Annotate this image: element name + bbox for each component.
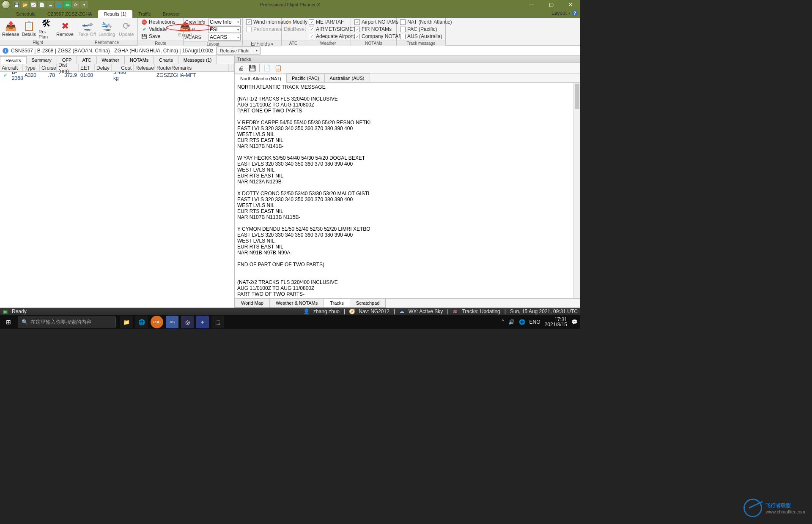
checkbox-icon bbox=[400, 27, 406, 32]
tray-chevron-icon[interactable]: ˄ bbox=[502, 319, 504, 325]
track-message-text[interactable]: NORTH ATLANTIC TRACK MESSAGE (NAT-1/2 TR… bbox=[235, 83, 580, 298]
tab-scratchpad[interactable]: Scratchpad bbox=[350, 299, 386, 308]
app-menu-orb[interactable] bbox=[2, 0, 10, 9]
paste-icon[interactable]: 📋 bbox=[273, 63, 283, 73]
tracks-pane: Tracks 🖨 💾 📄 📋 North Atlantic (NAT) Paci… bbox=[235, 56, 580, 308]
acars-dropdown[interactable]: ACARS▾ bbox=[208, 34, 241, 41]
layout-menu[interactable]: Layout bbox=[551, 10, 567, 16]
column-chooser-icon[interactable]: ⋮ bbox=[229, 64, 234, 71]
scrollbar-thumb[interactable] bbox=[575, 84, 579, 109]
qat-icon[interactable]: 📂 bbox=[21, 1, 29, 8]
result-row[interactable]: ✓B-2368 A320 .78 372.9 01:00 5,486 kg ZG… bbox=[0, 72, 234, 79]
qat-icon[interactable]: 📈 bbox=[30, 1, 37, 8]
bottom-view-tabs: World Map Weather & NOTAMs Tracks Scratc… bbox=[235, 298, 580, 308]
qat-icon[interactable]: TBE bbox=[63, 1, 71, 8]
restrictions-button[interactable]: ⛔Restrictions bbox=[140, 19, 177, 25]
release-flight-button[interactable]: Release Flight▾ bbox=[216, 46, 261, 55]
status-utc: Sun, 15 Aug 2021, 09:31 UTC bbox=[510, 308, 578, 314]
maximize-button[interactable]: ▢ bbox=[541, 0, 561, 9]
task-edge-icon[interactable]: 🌐 bbox=[135, 316, 148, 328]
qat-icon[interactable]: 🌐 bbox=[55, 1, 63, 8]
tab-flight[interactable]: CZ3567 ZGSZ-ZGHA bbox=[41, 10, 98, 18]
search-box[interactable]: 🔍 在这里输入你要搜索的内容 bbox=[18, 317, 116, 328]
update-button: ⟳Update bbox=[117, 19, 136, 39]
save-icon[interactable]: 💾 bbox=[247, 63, 257, 73]
airmet-check[interactable]: ✓AIRMET/SIGMET bbox=[307, 26, 358, 33]
subtab-atc[interactable]: ATC bbox=[77, 56, 96, 64]
release-button[interactable]: 📤Release bbox=[2, 19, 19, 39]
status-nav: Nav: NG2012 bbox=[359, 308, 390, 314]
subtab-results[interactable]: Results bbox=[0, 56, 27, 64]
tab-tracks[interactable]: Tracks bbox=[324, 299, 350, 308]
pac-check[interactable]: PAC (Pacific) bbox=[398, 26, 454, 33]
details-icon: 📋 bbox=[23, 21, 34, 32]
flight-info-bar: i CSN3567 | B-2368 | ZGSZ (BAOAN, China)… bbox=[0, 46, 580, 56]
qat-dropdown-icon[interactable]: ▾ bbox=[80, 1, 88, 8]
subtab-charts[interactable]: Charts bbox=[154, 56, 178, 64]
restrictions-icon: ⛔ bbox=[141, 19, 147, 25]
qat-icon[interactable]: 📄 bbox=[38, 1, 46, 8]
qat-icon[interactable]: ⟳ bbox=[72, 1, 80, 8]
ofp-dropdown[interactable]: FSL▾ bbox=[208, 26, 241, 33]
status-tracks: Tracks: Updating bbox=[462, 308, 500, 314]
details-button[interactable]: 📋Details bbox=[20, 19, 37, 39]
checkbox-icon: ✓ bbox=[246, 19, 252, 25]
metar-check[interactable]: ✓METAR/TAF bbox=[307, 19, 358, 25]
tab-weather-notams[interactable]: Weather & NOTAMs bbox=[269, 299, 324, 308]
tray-network-icon[interactable]: 🌐 bbox=[519, 319, 525, 325]
ofp-label: OFP bbox=[185, 27, 206, 32]
task-pfpx-icon[interactable]: ✈ bbox=[196, 316, 209, 328]
help-icon[interactable]: ? bbox=[572, 10, 578, 16]
replan-icon: 🛠 bbox=[41, 18, 52, 29]
group-label[interactable]: E/Fields ▾ bbox=[243, 41, 281, 46]
task-explorer-icon[interactable]: 📁 bbox=[120, 316, 133, 328]
release-icon: 📤 bbox=[5, 21, 16, 32]
scrollbar[interactable] bbox=[573, 83, 580, 298]
copy-icon[interactable]: 📄 bbox=[262, 63, 272, 73]
start-button[interactable]: ⊞ bbox=[0, 315, 17, 329]
wx-icon: ☁ bbox=[399, 309, 404, 314]
tab-schedule[interactable]: Schedule bbox=[10, 10, 41, 18]
landing-button: 🛬Landing bbox=[97, 19, 116, 39]
document-tabs: Schedule CZ3567 ZGSZ-ZGHA Results (1) Tr… bbox=[0, 9, 580, 18]
validate-button[interactable]: ✔Validate bbox=[140, 26, 177, 33]
task-as-icon[interactable]: AS bbox=[166, 316, 178, 328]
tray-clock[interactable]: 17:312021/8/15 bbox=[545, 317, 567, 327]
task-app-icon[interactable]: ⬚ bbox=[211, 316, 224, 328]
aus-check[interactable]: AUS (Australia) bbox=[398, 33, 454, 40]
crew-info-dropdown[interactable]: Crew Info▾ bbox=[208, 19, 241, 25]
task-app-icon[interactable]: ◎ bbox=[181, 316, 194, 328]
tab-traffic[interactable]: Traffic bbox=[132, 10, 157, 18]
tab-browser[interactable]: Browser bbox=[157, 10, 186, 18]
minimize-button[interactable]: — bbox=[522, 0, 541, 9]
close-button[interactable]: ✕ bbox=[561, 0, 580, 9]
subtab-weather[interactable]: Weather bbox=[96, 56, 125, 64]
adeq-airport-check[interactable]: ✓Adequate Airports bbox=[307, 33, 358, 40]
replan-button[interactable]: 🛠Re-Plan bbox=[38, 19, 55, 39]
update-icon: ⟳ bbox=[121, 21, 132, 32]
chevron-down-icon[interactable]: ▾ bbox=[568, 11, 570, 15]
tray-lang[interactable]: ENG bbox=[529, 319, 540, 325]
checkbox-icon: ✓ bbox=[309, 19, 314, 25]
status-ready: Ready bbox=[12, 308, 27, 314]
tab-pac[interactable]: Pacific (PAC) bbox=[286, 74, 325, 82]
remove-button[interactable]: ✖Remove bbox=[56, 19, 74, 39]
tracks-icon: ≋ bbox=[453, 309, 458, 314]
subtab-notams[interactable]: NOTAMs bbox=[124, 56, 154, 64]
tab-aus[interactable]: Australian (AUS) bbox=[324, 74, 370, 82]
nat-check[interactable]: NAT (North Atlantic) bbox=[398, 19, 454, 25]
tab-results[interactable]: Results (1) bbox=[98, 10, 132, 18]
task-p3d-icon[interactable]: P3D bbox=[151, 316, 163, 328]
qat-icon[interactable]: ☁ bbox=[47, 1, 54, 8]
tab-world-map[interactable]: World Map bbox=[235, 299, 270, 308]
tray-volume-icon[interactable]: 🔊 bbox=[508, 319, 515, 325]
subtab-messages[interactable]: Messages (1) bbox=[178, 56, 217, 64]
save-route-button[interactable]: 💾Save bbox=[140, 33, 177, 40]
tab-nat[interactable]: North Atlantic (NAT) bbox=[235, 74, 287, 83]
subtab-summary[interactable]: Summary bbox=[26, 56, 57, 64]
print-icon[interactable]: 🖨 bbox=[236, 63, 246, 73]
qat-icon[interactable]: 💾 bbox=[13, 1, 20, 8]
chevron-down-icon[interactable]: ▾ bbox=[253, 49, 260, 52]
validate-icon: ✔ bbox=[141, 26, 147, 32]
tray-notifications-icon[interactable]: 💬 bbox=[571, 319, 578, 325]
